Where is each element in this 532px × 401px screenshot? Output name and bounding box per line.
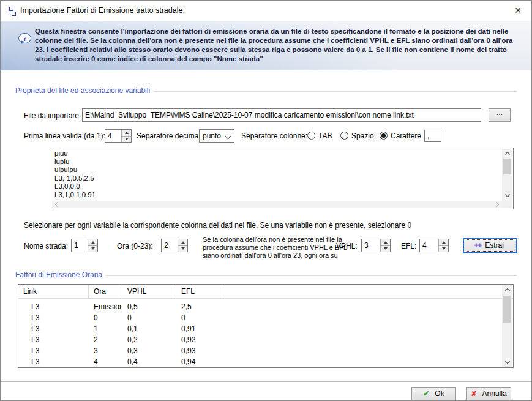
preview-line[interactable]: uipuipu bbox=[54, 166, 501, 174]
vphl-label: VPHL: bbox=[336, 242, 358, 250]
table-row[interactable]: L3 4 0,4 0,94 bbox=[18, 356, 513, 367]
cell-link: L3 bbox=[18, 302, 89, 311]
spin-down-button[interactable] bbox=[122, 136, 131, 143]
spin-down-button[interactable] bbox=[381, 245, 390, 252]
table-vertical-scrollbar[interactable] bbox=[502, 285, 512, 367]
spin-up-button[interactable] bbox=[178, 239, 187, 245]
cell-vphl: 0 bbox=[122, 313, 176, 322]
file-properties-group-title: Proprietà del file ed associazione varia… bbox=[15, 86, 150, 95]
radio-character-label[interactable]: Carattere bbox=[391, 132, 421, 140]
cell-ora: 0 bbox=[89, 313, 122, 322]
hour-input[interactable] bbox=[162, 239, 178, 252]
scrollbar-thumb[interactable] bbox=[503, 159, 511, 174]
street-name-stepper[interactable] bbox=[71, 239, 98, 252]
emission-factors-group-header: Fattori di Emissione Oraria bbox=[15, 271, 517, 279]
scroll-left-arrow[interactable] bbox=[55, 202, 60, 207]
scroll-down-arrow[interactable] bbox=[502, 191, 512, 200]
radio-tab[interactable] bbox=[307, 132, 315, 140]
cell-ora: 2 bbox=[89, 335, 122, 344]
close-icon[interactable]: ✕ bbox=[512, 5, 523, 16]
file-path-input[interactable] bbox=[82, 108, 481, 122]
radio-tab-label[interactable]: TAB bbox=[318, 132, 332, 140]
window-title: Importazione Fattori di Emissione tratto… bbox=[20, 6, 185, 15]
cancel-button[interactable]: ✘ Annulla bbox=[466, 387, 511, 400]
table-row[interactable]: L3 1 0,1 0,91 bbox=[18, 323, 513, 334]
hour-column-hint: Se la colonna dell'ora non è presente ne… bbox=[203, 236, 347, 260]
column-header-efl[interactable]: EFL bbox=[176, 285, 225, 298]
preview-line[interactable]: L3,-1,0.5,2.5 bbox=[54, 174, 501, 183]
file-preview-listbox[interactable]: piuuiupiuuipuipuL3,-1,0.5,2.5L3,0,0,0L3,… bbox=[51, 148, 514, 209]
efl-input[interactable] bbox=[420, 239, 438, 252]
triangle-down-icon bbox=[442, 247, 446, 252]
spin-up-button[interactable] bbox=[122, 130, 131, 136]
spin-up-button[interactable] bbox=[439, 239, 448, 245]
preview-vertical-scrollbar[interactable] bbox=[502, 149, 512, 200]
table-header: Link Ora VPHL EFL bbox=[18, 285, 513, 299]
cell-ora: 1 bbox=[89, 324, 122, 333]
cell-efl: 0,92 bbox=[176, 335, 225, 344]
preview-line[interactable]: L3,1,0.1,0.91 bbox=[54, 191, 501, 200]
cell-link: L3 bbox=[18, 347, 89, 355]
efl-stepper[interactable] bbox=[419, 239, 449, 252]
preview-line[interactable]: iupiu bbox=[54, 158, 501, 167]
cell-ora: 4 bbox=[89, 358, 122, 366]
triangle-down-icon bbox=[91, 247, 95, 252]
radio-space[interactable] bbox=[340, 132, 348, 140]
column-header-vphl[interactable]: VPHL bbox=[122, 285, 176, 298]
hour-stepper[interactable] bbox=[161, 239, 188, 252]
scroll-right-arrow[interactable] bbox=[494, 202, 499, 207]
triangle-up-icon bbox=[442, 239, 446, 244]
scroll-up-arrow[interactable] bbox=[502, 285, 512, 294]
cell-link: L3 bbox=[18, 324, 89, 333]
triangle-up-icon bbox=[384, 239, 388, 244]
file-to-import-label: File da importare: bbox=[24, 111, 81, 120]
chevron-down-icon bbox=[225, 133, 231, 140]
vphl-input[interactable] bbox=[362, 239, 380, 252]
street-name-input[interactable] bbox=[72, 239, 88, 252]
first-valid-line-label: Prima linea valida (da 1): bbox=[24, 132, 105, 140]
vphl-stepper[interactable] bbox=[361, 239, 391, 252]
table-body: L3 Emissioni: 0,5 2,5 L3 0 0 0 L3 1 0,1 … bbox=[18, 299, 513, 367]
decimal-separator-label: Separatore decimale: bbox=[137, 132, 206, 140]
decimal-separator-select[interactable]: punto bbox=[199, 129, 234, 143]
info-bubble-icon: i bbox=[18, 33, 31, 43]
spin-down-button[interactable] bbox=[439, 245, 448, 252]
cell-efl: 0,94 bbox=[176, 358, 225, 366]
ok-button[interactable]: ✔ Ok bbox=[411, 387, 456, 400]
separator-character-input[interactable] bbox=[424, 130, 441, 142]
radio-character[interactable] bbox=[380, 132, 388, 140]
scrollbar-thumb[interactable] bbox=[503, 296, 511, 323]
extract-button[interactable]: ✚✚ Estrai bbox=[463, 238, 517, 253]
spin-up-button[interactable] bbox=[88, 239, 97, 245]
preview-line[interactable]: L3,0,0,0 bbox=[54, 182, 501, 191]
banner-text: Questa finestra consente l'importazione … bbox=[35, 27, 523, 64]
column-header-ora[interactable]: Ora bbox=[89, 285, 122, 298]
group-divider bbox=[106, 275, 517, 276]
cancel-button-label: Annulla bbox=[482, 389, 507, 398]
spin-down-button[interactable] bbox=[88, 245, 97, 252]
window-icon bbox=[7, 6, 17, 16]
spin-up-button[interactable] bbox=[381, 239, 390, 245]
first-valid-line-input[interactable] bbox=[105, 130, 121, 142]
preview-line[interactable]: piuu bbox=[54, 149, 501, 158]
table-row[interactable]: L3 2 0,2 0,92 bbox=[18, 334, 513, 345]
cell-vphl: 0,3 bbox=[122, 347, 176, 355]
table-row[interactable]: L3 Emissioni: 0,5 2,5 bbox=[18, 301, 513, 312]
triangle-down-icon bbox=[384, 247, 388, 252]
cell-efl: 2,5 bbox=[176, 302, 225, 311]
table-row[interactable]: L3 0 0 0 bbox=[18, 312, 513, 323]
column-header-link[interactable]: Link bbox=[18, 285, 89, 298]
radio-space-label[interactable]: Spazio bbox=[351, 132, 374, 140]
triangle-up-icon bbox=[91, 239, 95, 244]
preview-horizontal-scrollbar[interactable] bbox=[52, 200, 502, 208]
scroll-up-arrow[interactable] bbox=[502, 149, 512, 158]
street-name-label: Nome strada: bbox=[24, 242, 68, 250]
browse-button[interactable]: ... bbox=[489, 108, 511, 122]
scrollbar-corner bbox=[502, 200, 512, 208]
table-row[interactable]: L3 3 0,3 0,93 bbox=[18, 345, 513, 356]
cell-efl: 0 bbox=[176, 313, 225, 322]
scroll-down-arrow[interactable] bbox=[502, 358, 512, 367]
spin-down-button[interactable] bbox=[178, 245, 187, 252]
triangle-up-icon bbox=[125, 130, 129, 134]
first-valid-line-stepper[interactable] bbox=[105, 129, 132, 143]
